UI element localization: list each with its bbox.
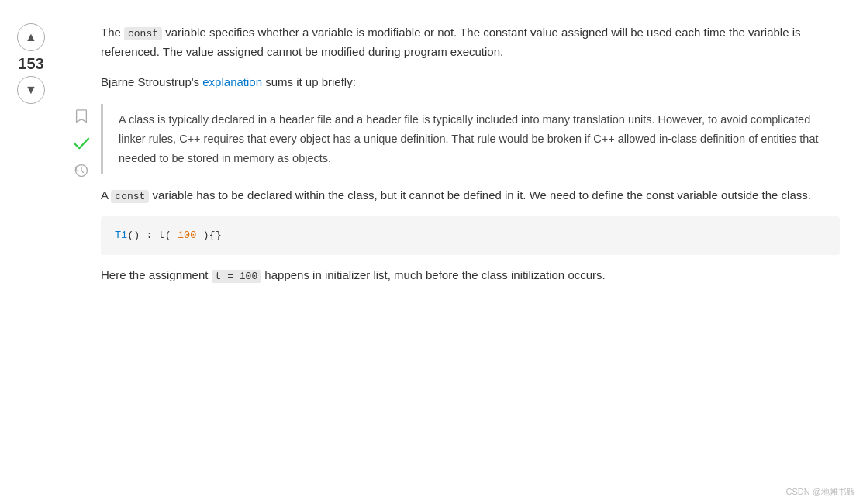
watermark: CSDN @地摊书贩 (786, 485, 855, 499)
blockquote: A class is typically declared in a heade… (101, 104, 840, 174)
code-block: T1() : t( 100 ){} (101, 216, 840, 255)
explanation-link[interactable]: explanation (202, 75, 262, 88)
downvote-button[interactable]: ▼ (17, 76, 45, 104)
blockquote-text: A class is typically declared in a heade… (119, 113, 818, 164)
para1-prefix: The (101, 26, 124, 39)
const-code-1: const (124, 27, 162, 40)
upvote-button[interactable]: ▲ (17, 23, 45, 51)
upvote-icon: ▲ (25, 27, 37, 47)
answer-content: The const variable specifies whether a v… (101, 16, 863, 488)
bookmark-icon[interactable] (74, 109, 88, 124)
para4-prefix: Here the assignment (101, 268, 212, 281)
para2-suffix: sums it up briefly: (262, 75, 356, 88)
para3-prefix: A (101, 188, 111, 202)
paragraph-2: Bjarne Stroustrup's explanation sums it … (101, 73, 840, 92)
downvote-icon: ▼ (25, 80, 37, 100)
paragraph-3: A const variable has to be declared with… (101, 186, 840, 205)
const-code-2: const (111, 190, 149, 203)
action-column (62, 16, 101, 488)
para3-suffix: variable has to be declared within the c… (149, 188, 811, 202)
paragraph-1: The const variable specifies whether a v… (101, 23, 840, 62)
para1-suffix: variable specifies whether a variable is… (101, 26, 801, 58)
answer-body: The const variable specifies whether a v… (101, 23, 840, 285)
inline-code-2: t = 100 (212, 270, 262, 283)
para2-prefix: Bjarne Stroustrup's (101, 75, 202, 88)
history-icon[interactable] (74, 163, 89, 178)
para4-suffix: happens in initializer list, much before… (261, 268, 606, 281)
vote-count: 153 (18, 54, 43, 73)
accept-icon[interactable] (73, 136, 90, 150)
code-close: ){} (196, 230, 221, 241)
code-num: 100 (178, 230, 196, 241)
code-t1: T1 (115, 230, 127, 241)
vote-column: ▲ 153 ▼ (0, 16, 62, 488)
code-parens: () : t( (127, 230, 178, 241)
paragraph-4: Here the assignment t = 100 happens in i… (101, 266, 840, 285)
